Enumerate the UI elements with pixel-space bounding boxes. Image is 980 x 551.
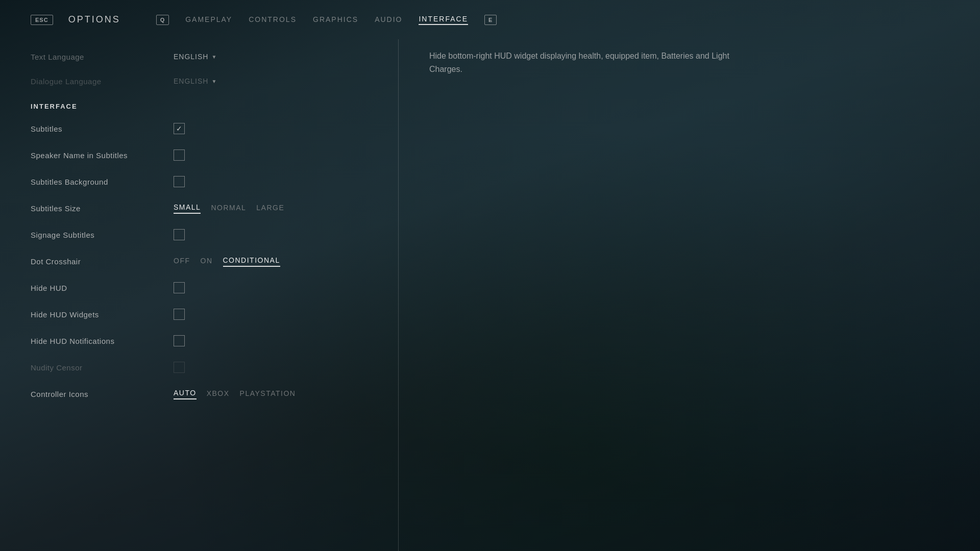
option-group-subtitles-size: SMALLNORMALLARGE bbox=[174, 203, 284, 214]
main-content: Text Language ENGLISH ▼ Dialogue Languag… bbox=[0, 39, 980, 551]
option-subtitles-size-small[interactable]: SMALL bbox=[174, 203, 201, 214]
setting-row-speaker-name: Speaker Name in Subtitles bbox=[31, 142, 378, 168]
dialogue-language-dropdown[interactable]: ENGLISH ▼ bbox=[174, 77, 217, 85]
label-subtitles-size: Subtitles Size bbox=[31, 204, 174, 213]
option-dot-crosshair-conditional[interactable]: CONDITIONAL bbox=[223, 256, 280, 267]
text-language-arrow: ▼ bbox=[211, 54, 217, 60]
checkbox-hide-hud-notifications[interactable] bbox=[174, 335, 185, 346]
setting-row-controller-icons: Controller IconsAUTOXBOXPLAYSTATION bbox=[31, 381, 378, 407]
settings-list: SubtitlesSpeaker Name in SubtitlesSubtit… bbox=[31, 115, 378, 407]
option-controller-icons-playstation[interactable]: PLAYSTATION bbox=[240, 389, 296, 399]
nav-tabs: Q GAMEPLAY CONTROLS GRAPHICS AUDIO INTER… bbox=[156, 15, 497, 25]
option-dot-crosshair-on[interactable]: ON bbox=[201, 257, 213, 266]
checkbox-hide-hud[interactable] bbox=[174, 282, 185, 293]
text-language-dropdown[interactable]: ENGLISH ▼ bbox=[174, 53, 217, 61]
tab-controls[interactable]: CONTROLS bbox=[249, 15, 297, 24]
label-nudity-censor: Nudity Censor bbox=[31, 363, 174, 372]
option-controller-icons-auto[interactable]: AUTO bbox=[174, 389, 197, 399]
header: ESC OPTIONS Q GAMEPLAY CONTROLS GRAPHICS… bbox=[0, 0, 980, 39]
control-subtitles-background bbox=[174, 176, 185, 187]
tab-gameplay[interactable]: GAMEPLAY bbox=[185, 15, 232, 24]
tab-graphics[interactable]: GRAPHICS bbox=[313, 15, 358, 24]
dialogue-language-row: Dialogue Language ENGLISH ▼ bbox=[31, 69, 378, 93]
help-text: Hide bottom-right HUD widget displaying … bbox=[429, 49, 736, 76]
setting-row-subtitles: Subtitles bbox=[31, 115, 378, 142]
dialogue-language-label: Dialogue Language bbox=[31, 77, 174, 86]
label-speaker-name: Speaker Name in Subtitles bbox=[31, 151, 174, 160]
text-language-row: Text Language ENGLISH ▼ bbox=[31, 44, 378, 69]
setting-row-nudity-censor: Nudity Censor bbox=[31, 354, 378, 381]
control-hide-hud-notifications bbox=[174, 335, 185, 346]
control-subtitles-size: SMALLNORMALLARGE bbox=[174, 203, 284, 214]
control-signage-subtitles bbox=[174, 229, 185, 240]
checkbox-signage-subtitles[interactable] bbox=[174, 229, 185, 240]
setting-row-hide-hud: Hide HUD bbox=[31, 274, 378, 301]
options-title: OPTIONS bbox=[68, 14, 120, 25]
label-hide-hud-widgets: Hide HUD Widgets bbox=[31, 310, 174, 319]
option-dot-crosshair-off[interactable]: OFF bbox=[174, 257, 190, 266]
control-dot-crosshair: OFFONCONDITIONAL bbox=[174, 256, 280, 267]
left-panel: Text Language ENGLISH ▼ Dialogue Languag… bbox=[31, 39, 398, 551]
setting-row-subtitles-background: Subtitles Background bbox=[31, 168, 378, 195]
text-language-label: Text Language bbox=[31, 53, 174, 61]
control-hide-hud bbox=[174, 282, 185, 293]
option-subtitles-size-normal[interactable]: NORMAL bbox=[211, 204, 246, 213]
control-speaker-name bbox=[174, 149, 185, 161]
label-signage-subtitles: Signage Subtitles bbox=[31, 231, 174, 239]
dialogue-language-arrow: ▼ bbox=[211, 79, 217, 84]
e-badge[interactable]: E bbox=[484, 15, 497, 25]
control-nudity-censor bbox=[174, 362, 185, 373]
checkbox-subtitles[interactable] bbox=[174, 123, 185, 134]
option-controller-icons-xbox[interactable]: XBOX bbox=[207, 389, 230, 399]
checkbox-nudity-censor[interactable] bbox=[174, 362, 185, 373]
setting-row-hide-hud-widgets: Hide HUD Widgets bbox=[31, 301, 378, 328]
label-subtitles-background: Subtitles Background bbox=[31, 178, 174, 186]
label-hide-hud-notifications: Hide HUD Notifications bbox=[31, 337, 174, 345]
checkbox-subtitles-background[interactable] bbox=[174, 176, 185, 187]
control-hide-hud-widgets bbox=[174, 309, 185, 320]
interface-section-header: INTERFACE bbox=[31, 103, 378, 110]
label-controller-icons: Controller Icons bbox=[31, 390, 174, 398]
option-group-dot-crosshair: OFFONCONDITIONAL bbox=[174, 256, 280, 267]
setting-row-signage-subtitles: Signage Subtitles bbox=[31, 221, 378, 248]
tab-interface[interactable]: INTERFACE bbox=[419, 15, 468, 25]
label-hide-hud: Hide HUD bbox=[31, 284, 174, 292]
control-controller-icons: AUTOXBOXPLAYSTATION bbox=[174, 389, 296, 399]
setting-row-hide-hud-notifications: Hide HUD Notifications bbox=[31, 328, 378, 354]
setting-row-dot-crosshair: Dot CrosshairOFFONCONDITIONAL bbox=[31, 248, 378, 274]
checkbox-speaker-name[interactable] bbox=[174, 149, 185, 161]
tab-audio[interactable]: AUDIO bbox=[375, 15, 402, 24]
setting-row-subtitles-size: Subtitles SizeSMALLNORMALLARGE bbox=[31, 195, 378, 221]
esc-badge[interactable]: ESC bbox=[31, 15, 53, 25]
right-panel: Hide bottom-right HUD widget displaying … bbox=[399, 39, 949, 551]
checkbox-hide-hud-widgets[interactable] bbox=[174, 309, 185, 320]
q-badge[interactable]: Q bbox=[156, 15, 169, 25]
option-subtitles-size-large[interactable]: LARGE bbox=[256, 204, 284, 213]
option-group-controller-icons: AUTOXBOXPLAYSTATION bbox=[174, 389, 296, 399]
label-dot-crosshair: Dot Crosshair bbox=[31, 257, 174, 266]
control-subtitles bbox=[174, 123, 185, 134]
label-subtitles: Subtitles bbox=[31, 124, 174, 133]
